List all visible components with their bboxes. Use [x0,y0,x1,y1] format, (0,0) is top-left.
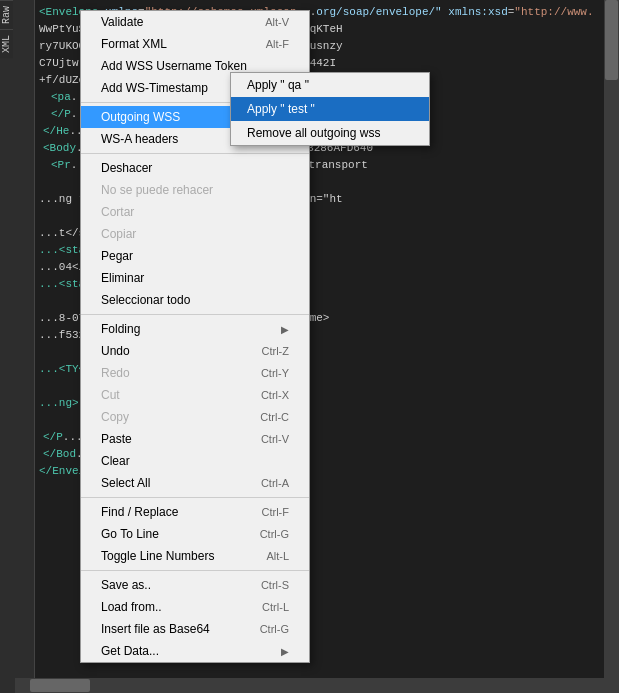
menu-item-label: Copy [101,410,129,424]
menu-item-label: Folding [101,322,140,336]
menu-item-no-rehacer: No se puede rehacer [81,179,309,201]
menu-item-shortcut: Alt-V [265,16,289,28]
menu-item-copiar: Copiar [81,223,309,245]
menu-item-label: Redo [101,366,130,380]
menu-item-insert-file-base64[interactable]: Insert file as Base64 Ctrl-G [81,618,309,640]
menu-item-shortcut: Alt-F [266,38,289,50]
menu-item-shortcut: Alt-L [266,550,289,562]
menu-item-shortcut: Ctrl-Y [261,367,289,379]
menu-item-label: Cut [101,388,120,402]
menu-item-label: Undo [101,344,130,358]
menu-item-label: Outgoing WSS [101,110,180,124]
menu-item-label: Eliminar [101,271,144,285]
submenu-item-apply-test[interactable]: Apply " test " [231,97,429,121]
menu-item-pegar[interactable]: Pegar [81,245,309,267]
menu-item-folding[interactable]: Folding ▶ [81,318,309,340]
side-tab-xml[interactable]: XML [0,29,13,58]
menu-item-seleccionar-todo[interactable]: Seleccionar todo [81,289,309,311]
menu-item-shortcut: Ctrl-X [261,389,289,401]
menu-item-shortcut: Ctrl-Z [262,345,290,357]
menu-item-load-from[interactable]: Load from.. Ctrl-L [81,596,309,618]
submenu-item-apply-qa[interactable]: Apply " qa " [231,73,429,97]
menu-item-save-as[interactable]: Save as.. Ctrl-S [81,574,309,596]
line-gutter [15,0,35,693]
submenu-arrow-icon: ▶ [281,646,289,657]
menu-item-copy: Copy Ctrl-C [81,406,309,428]
menu-item-validate[interactable]: Validate Alt-V [81,11,309,33]
menu-item-label: Paste [101,432,132,446]
menu-item-select-all[interactable]: Select All Ctrl-A [81,472,309,494]
menu-item-label: Deshacer [101,161,152,175]
menu-item-shortcut: Ctrl-A [261,477,289,489]
menu-item-shortcut: Ctrl-S [261,579,289,591]
menu-item-shortcut: Ctrl-V [261,433,289,445]
menu-item-label: Load from.. [101,600,162,614]
submenu-arrow-icon: ▶ [281,324,289,335]
side-tab-raw[interactable]: Raw [0,0,13,29]
menu-item-label: Add WSS Username Token [101,59,247,73]
menu-item-cut: Cut Ctrl-X [81,384,309,406]
menu-item-label: Cortar [101,205,134,219]
submenu-item-label: Remove all outgoing wss [247,126,380,140]
menu-item-redo: Redo Ctrl-Y [81,362,309,384]
menu-item-shortcut: Ctrl-G [260,623,289,635]
menu-item-shortcut: Ctrl-L [262,601,289,613]
submenu-item-remove-all[interactable]: Remove all outgoing wss [231,121,429,145]
menu-item-paste[interactable]: Paste Ctrl-V [81,428,309,450]
menu-separator [81,497,309,498]
menu-item-label: Insert file as Base64 [101,622,210,636]
horizontal-scrollbar[interactable] [0,678,604,693]
menu-item-label: Clear [101,454,130,468]
menu-item-label: Get Data... [101,644,159,658]
menu-item-toggle-line-numbers[interactable]: Toggle Line Numbers Alt-L [81,545,309,567]
vertical-scrollbar-thumb[interactable] [605,0,618,80]
horizontal-scrollbar-thumb[interactable] [30,679,90,692]
menu-item-label: Save as.. [101,578,151,592]
menu-item-label: Format XML [101,37,167,51]
menu-item-clear[interactable]: Clear [81,450,309,472]
menu-item-eliminar[interactable]: Eliminar [81,267,309,289]
vertical-scrollbar[interactable] [604,0,619,693]
submenu-item-label: Apply " qa " [247,78,309,92]
menu-item-shortcut: Ctrl-G [260,528,289,540]
menu-item-get-data[interactable]: Get Data... ▶ [81,640,309,662]
menu-item-label: Copiar [101,227,136,241]
menu-item-label: WS-A headers [101,132,178,146]
menu-item-undo[interactable]: Undo Ctrl-Z [81,340,309,362]
menu-item-label: Select All [101,476,150,490]
menu-item-label: Validate [101,15,143,29]
menu-item-cortar: Cortar [81,201,309,223]
menu-item-shortcut: Ctrl-C [260,411,289,423]
menu-item-label: Pegar [101,249,133,263]
menu-item-label: Add WS-Timestamp [101,81,208,95]
menu-separator [81,570,309,571]
menu-item-label: Toggle Line Numbers [101,549,214,563]
menu-item-label: Go To Line [101,527,159,541]
submenu-item-label: Apply " test " [247,102,315,116]
menu-item-shortcut: Ctrl-F [262,506,290,518]
side-tabs: Raw XML [0,0,15,693]
menu-separator [81,314,309,315]
menu-item-label: Seleccionar todo [101,293,190,307]
menu-item-label: No se puede rehacer [101,183,213,197]
menu-item-deshacer[interactable]: Deshacer [81,157,309,179]
menu-item-find-replace[interactable]: Find / Replace Ctrl-F [81,501,309,523]
menu-item-label: Find / Replace [101,505,178,519]
menu-item-go-to-line[interactable]: Go To Line Ctrl-G [81,523,309,545]
outgoing-wss-submenu: Apply " qa " Apply " test " Remove all o… [230,72,430,146]
menu-item-format-xml[interactable]: Format XML Alt-F [81,33,309,55]
menu-separator [81,153,309,154]
